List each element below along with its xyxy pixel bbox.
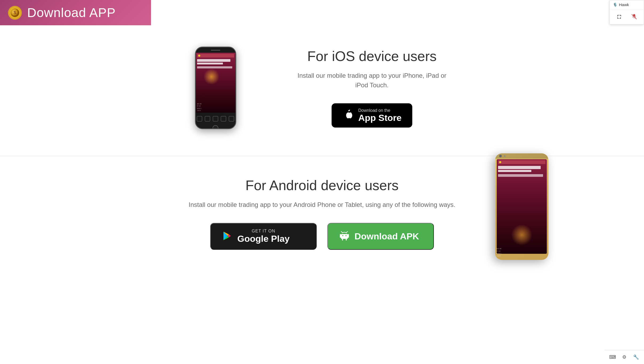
hawk-button-group bbox=[610, 9, 644, 24]
keyboard-icon[interactable]: ⌨ bbox=[608, 352, 617, 362]
screen-header-row bbox=[197, 54, 234, 58]
samsung-header-row bbox=[498, 160, 545, 164]
svg-text:S: S bbox=[14, 10, 17, 15]
iphone-body: $44.4897.22$192.1116.6 bbox=[195, 47, 236, 129]
download-apk-button[interactable]: Download APK bbox=[327, 223, 434, 250]
settings-icon[interactable]: 🔧 bbox=[631, 352, 641, 362]
android-phone-container: $44.4897.22$192.1116.6 bbox=[495, 153, 548, 260]
hawk-title-text: Hawk bbox=[619, 2, 629, 7]
samsung-data-1 bbox=[498, 166, 541, 169]
screen-data-1 bbox=[197, 59, 230, 62]
google-play-large-text: Google Play bbox=[237, 234, 290, 244]
hawk-title-bar: 🎙️ Hawk bbox=[610, 0, 644, 9]
camera-dot bbox=[504, 155, 506, 157]
hawk-mic-muted-icon: 🎙️ bbox=[613, 3, 617, 7]
screen-glow bbox=[203, 69, 219, 85]
screen-data-2 bbox=[197, 63, 223, 64]
iphone-navbar bbox=[196, 113, 235, 125]
ios-section-subtitle: Install our mobile trading app to your i… bbox=[292, 71, 452, 90]
home-button bbox=[213, 125, 218, 129]
ios-info: For iOS device users Install our mobile … bbox=[292, 48, 452, 128]
brand-logo: S bbox=[8, 6, 22, 20]
nav-icon-2 bbox=[205, 116, 210, 121]
screen-data-3 bbox=[197, 66, 232, 68]
android-section-title: For Android device users bbox=[109, 177, 535, 193]
app-store-large-text: App Store bbox=[358, 113, 401, 123]
svg-line-9 bbox=[341, 231, 342, 232]
nav-icon-4 bbox=[221, 116, 226, 121]
svg-rect-6 bbox=[341, 234, 348, 239]
svg-rect-11 bbox=[340, 234, 341, 238]
android-text: For Android device users Install our mob… bbox=[109, 177, 535, 210]
ios-section-title: For iOS device users bbox=[292, 48, 452, 64]
nav-icon-1 bbox=[197, 116, 202, 121]
iphone-screen: $44.4897.22$192.1116.6 bbox=[196, 53, 235, 113]
apk-text: Download APK bbox=[354, 231, 419, 242]
app-store-button[interactable]: Download on the App Store bbox=[332, 103, 412, 128]
toolbar-bottom: ⌨ ⚙ 🔧 bbox=[605, 350, 644, 364]
samsung-phone: $44.4897.22$192.1116.6 bbox=[495, 153, 548, 260]
nav-icon-5 bbox=[229, 116, 234, 121]
android-section: For Android device users Install our mob… bbox=[82, 161, 562, 266]
google-play-button[interactable]: GET IT ON Google Play bbox=[210, 223, 317, 250]
iphone-speaker bbox=[211, 50, 220, 51]
app-store-text: Download on the App Store bbox=[358, 108, 401, 123]
samsung-logo-dot bbox=[499, 161, 501, 163]
android-icon bbox=[339, 229, 350, 244]
android-buttons: GET IT ON Google Play bbox=[109, 223, 535, 250]
screen-numbers: $44.4897.22$192.1116.6 bbox=[196, 102, 235, 113]
samsung-screen-content bbox=[497, 159, 547, 179]
iphone-bottom bbox=[196, 125, 235, 129]
header-banner: S Download APP bbox=[0, 0, 151, 25]
samsung-data-3 bbox=[498, 174, 543, 177]
svg-point-7 bbox=[342, 235, 343, 236]
apple-icon bbox=[342, 108, 354, 122]
samsung-camera bbox=[495, 153, 548, 159]
samsung-screen: $44.4897.22$192.1116.6 bbox=[497, 159, 547, 254]
hawk-mute-button[interactable] bbox=[629, 11, 639, 22]
app-store-small-text: Download on the bbox=[358, 108, 390, 113]
svg-line-10 bbox=[347, 231, 348, 232]
camera-lens bbox=[499, 155, 502, 157]
hawk-expand-button[interactable] bbox=[614, 11, 625, 22]
screen-logo-dot bbox=[198, 55, 200, 57]
google-play-small-text: GET IT ON bbox=[237, 229, 290, 234]
samsung-glow bbox=[497, 224, 547, 247]
hawk-panel: 🎙️ Hawk bbox=[609, 0, 644, 24]
apk-large-text: Download APK bbox=[354, 231, 419, 242]
svg-rect-14 bbox=[346, 239, 347, 240]
android-section-subtitle: Install our mobile trading app to your A… bbox=[109, 200, 535, 210]
iphone-mockup: $44.4897.22$192.1116.6 bbox=[192, 41, 239, 134]
svg-point-8 bbox=[345, 235, 347, 236]
google-play-icon bbox=[221, 230, 233, 243]
svg-rect-12 bbox=[348, 234, 349, 238]
iphone-top bbox=[196, 47, 235, 53]
svg-rect-13 bbox=[342, 239, 343, 240]
ios-section: $44.4897.22$192.1116.6 For iOS device us… bbox=[82, 25, 562, 150]
samsung-data-2 bbox=[498, 170, 531, 172]
google-play-text: GET IT ON Google Play bbox=[237, 229, 290, 244]
samsung-numbers: $44.4897.22$192.1116.6 bbox=[497, 248, 501, 254]
tools-icon[interactable]: ⚙ bbox=[619, 352, 629, 362]
page-title: Download APP bbox=[27, 5, 116, 20]
nav-icon-3 bbox=[213, 116, 218, 121]
screen-content bbox=[196, 53, 235, 70]
